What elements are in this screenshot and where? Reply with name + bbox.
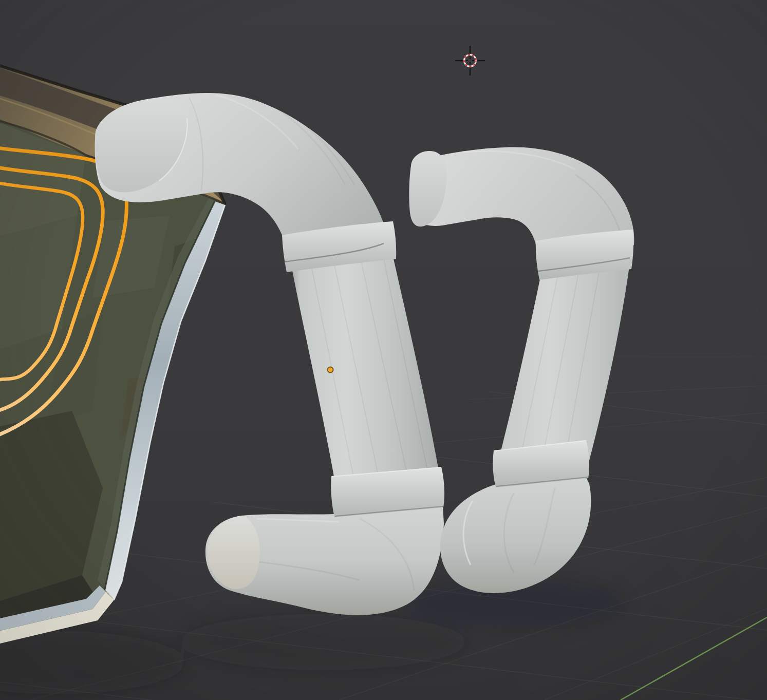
3d-viewport[interactable]: floor grid Green low-poly hull panel wit… xyxy=(0,0,767,700)
vignette-overlay xyxy=(0,0,767,700)
